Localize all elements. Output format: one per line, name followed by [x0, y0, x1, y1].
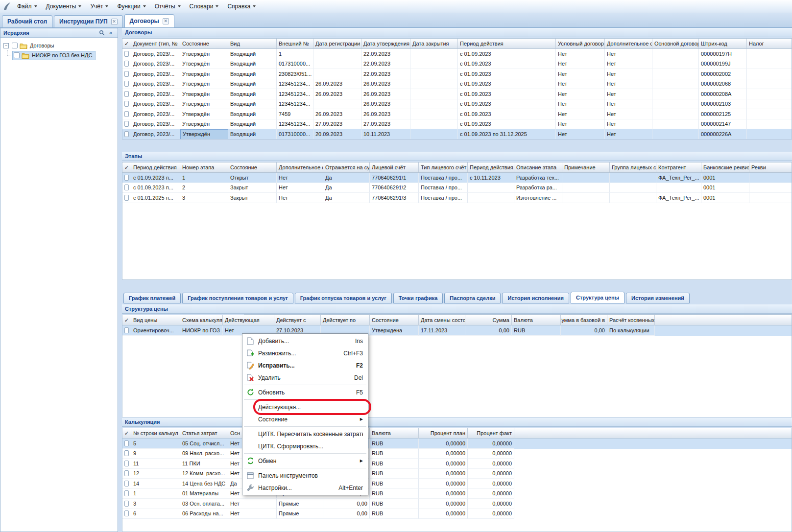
menubar-item[interactable]: Файл [13, 0, 42, 13]
menubar-item[interactable]: Отчёты [150, 0, 185, 13]
table-row[interactable]: Договор, 2023/...УтверждёнВходящий123451… [122, 119, 792, 130]
grid-column-header[interactable]: Процент план [419, 428, 468, 438]
table-row[interactable]: 505 Соц. отчисл...НетRUB0,000000,00000 [122, 439, 792, 449]
grid-column-header[interactable]: Налог [747, 39, 792, 48]
row-checkbox[interactable] [124, 131, 129, 137]
subtab[interactable]: Структура цены [571, 292, 624, 303]
subtab[interactable]: История исполнения [502, 293, 569, 303]
grid-column-header[interactable]: Расчёт косвенных [607, 315, 655, 325]
grid-column-header[interactable]: Основной договор [652, 39, 699, 48]
grid-column-header[interactable]: Состояние [370, 315, 419, 325]
row-checkbox[interactable] [124, 501, 129, 507]
grid-column-header[interactable]: Условный договор [556, 39, 605, 48]
row-checkbox[interactable] [124, 481, 129, 486]
grid-column-header[interactable]: Вид [228, 39, 277, 48]
row-checkbox[interactable] [124, 71, 129, 77]
tab-active[interactable]: Договоры✕ [124, 14, 174, 27]
grid-column-header[interactable]: Штрих-код [699, 39, 747, 48]
row-checkbox[interactable] [124, 461, 129, 466]
table-row[interactable]: Договор, 2023/...УтверждёнВходящий123451… [122, 99, 792, 110]
grid-column-header[interactable]: Действует с [274, 315, 321, 325]
context-menu-item[interactable]: УдалитьDel [243, 371, 367, 384]
table-row[interactable]: Договор, 2023/...УтверждёнВходящий122.09… [122, 49, 792, 59]
grid-column-header[interactable]: Банковские реквиз [701, 162, 749, 172]
context-menu-item[interactable]: Панель инструментов [243, 469, 367, 482]
grid-column-header[interactable]: Статья затрат [180, 428, 228, 438]
grid-column-header[interactable]: Рекви [749, 162, 792, 172]
tree-node[interactable]: −Договоры [3, 41, 117, 50]
context-menu-item[interactable]: ЦИТК. Пересчитать косвенные затраты... [243, 428, 367, 440]
row-checkbox[interactable] [124, 175, 129, 181]
grid-column-header[interactable]: Дата смены состо [419, 315, 465, 325]
menubar-item[interactable]: Справка [223, 0, 260, 13]
grid-column-header[interactable]: № строки калькул [131, 428, 180, 438]
row-checkbox[interactable] [124, 470, 129, 476]
close-icon[interactable]: ✕ [163, 18, 169, 24]
context-menu-item[interactable]: Добавить...Ins [243, 335, 367, 347]
tree-node-body[interactable]: НИОКР по ГОЗ без НДС [12, 51, 96, 60]
menubar-item[interactable]: Документы [42, 0, 86, 13]
grid-column-header[interactable]: Описание этапа [514, 162, 562, 172]
grid-column-header[interactable]: Лицевой счёт [370, 162, 419, 172]
grid-column-header[interactable]: Процент факт [468, 428, 514, 438]
row-checkbox[interactable] [124, 91, 129, 97]
grid-column-header[interactable]: Отражается на су [323, 162, 370, 172]
subtab[interactable]: Точки графика [393, 293, 443, 303]
row-checkbox[interactable] [124, 121, 129, 127]
grid-column-header[interactable]: Дополнительное с [605, 39, 652, 48]
table-row[interactable]: 1111 ПКИНетRUB0,000000,00000 [122, 459, 792, 469]
grid-column-header[interactable]: Состояние [180, 39, 228, 48]
grid-column-header[interactable]: ✓ [122, 162, 131, 172]
tree-node-body[interactable]: Договоры [11, 42, 57, 50]
grid-column-header[interactable]: Период действия [131, 162, 180, 172]
context-menu-item[interactable]: Размножить...Ctrl+F3 [243, 347, 367, 359]
grid-column-header[interactable]: Валюта [370, 428, 419, 438]
row-checkbox[interactable] [124, 61, 129, 67]
subtab[interactable]: График платежей [123, 293, 181, 303]
table-row[interactable]: с 01.09.2023 п...2ЗакрытНетДа7706406291\… [122, 183, 792, 193]
grid-column-header[interactable]: Внешний № [277, 39, 313, 48]
grid-column-header[interactable]: Сумма в базовой в [561, 315, 607, 325]
row-checkbox[interactable] [124, 111, 129, 117]
grid-column-header[interactable]: Вид цены [131, 315, 180, 325]
table-row[interactable]: с 01.09.2023 п...1ОткрытНетДа7706406291\… [122, 173, 792, 183]
node-checkbox[interactable] [12, 43, 18, 48]
row-checkbox[interactable] [124, 450, 129, 456]
row-checkbox[interactable] [124, 195, 129, 201]
subtab[interactable]: График поступления товаров и услуг [182, 293, 293, 303]
table-row[interactable]: 606 Расходы на...НетПрямые0,00RUB0,00000… [122, 509, 792, 519]
table-row[interactable]: Договор, 2023/...УтверждёнВходящий123451… [122, 79, 792, 90]
context-menu-item[interactable]: Настройки...Alt+Enter [243, 482, 367, 494]
context-menu-item[interactable]: ЦИТК. Сформировать... [243, 440, 367, 452]
grid-column-header[interactable]: Дополнительное с [277, 162, 323, 172]
grid-column-header[interactable]: Период действия л [468, 162, 514, 172]
grid-column-header[interactable]: Дата регистрации [313, 39, 361, 48]
grid-column-header[interactable]: Состояние [228, 162, 277, 172]
table-row[interactable]: Договор, 2023/...УтверждёнВходящий745926… [122, 109, 792, 119]
collapse-panel-icon[interactable]: « [107, 29, 115, 37]
grid-column-header[interactable]: Примечание [562, 162, 610, 172]
table-row[interactable]: 101 МатериалыНетПрямые0,00RUB0,000000,00… [122, 489, 792, 499]
grid-column-header[interactable]: Номер этапа [180, 162, 228, 172]
context-menu-item[interactable]: Состояние▶ [243, 413, 367, 425]
table-row[interactable]: Договор, 2023/...УтверждёнВходящий017310… [122, 59, 792, 69]
row-checkbox[interactable] [124, 490, 129, 496]
grid-column-header[interactable]: Действует по [321, 315, 370, 325]
grid-column-header[interactable]: Сумма [465, 315, 512, 325]
grid-column-header[interactable]: Дата закрытия [410, 39, 458, 48]
context-menu-item[interactable]: ОбновитьF5 [243, 386, 367, 398]
row-checkbox[interactable] [124, 81, 129, 87]
table-row[interactable]: 1212 Комм. расхо...НетRUB0,000000,00000 [122, 469, 792, 479]
grid-column-header[interactable]: ✓ [122, 428, 131, 438]
context-menu-item[interactable]: Обмен▶ [243, 455, 367, 467]
table-row[interactable]: Ориентировоч...НИОКР по ГОЗ ...Нет27.10.… [122, 325, 792, 336]
menubar-item[interactable]: Учёт [86, 0, 113, 13]
row-checkbox[interactable] [124, 51, 129, 57]
row-checkbox[interactable] [124, 510, 129, 516]
node-checkbox[interactable] [14, 52, 20, 58]
grid-column-header[interactable]: ✓ [122, 39, 131, 48]
grid-column-header[interactable]: Дата утверждения [361, 39, 410, 48]
grid-column-header[interactable]: Валюта [512, 315, 561, 325]
tree-node[interactable]: НИОКР по ГОЗ без НДС [3, 50, 117, 60]
grid-column-header[interactable]: Схема калькуляци [180, 315, 223, 325]
